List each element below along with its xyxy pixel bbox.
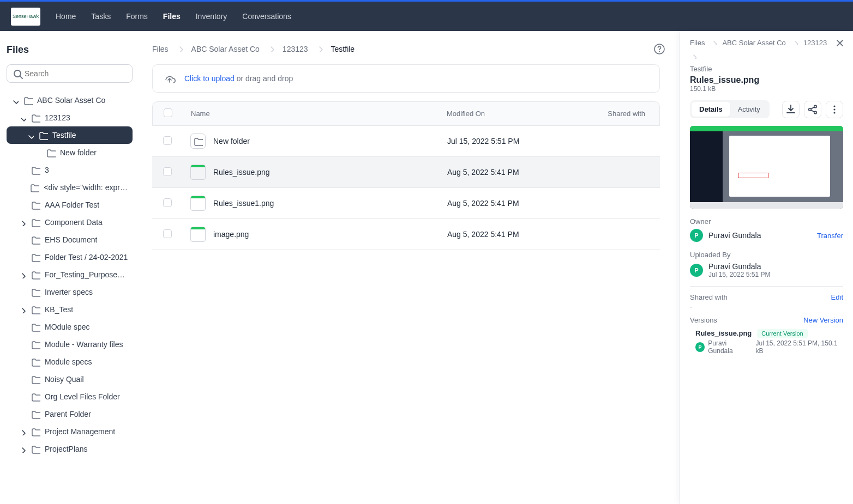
content-area: FilesABC Solar Asset Co123123Testfile Cl… <box>139 31 680 504</box>
file-modified: Aug 5, 2022 5:41 PM <box>447 230 589 239</box>
sidebar-item[interactable]: ProjectPlans <box>7 440 133 458</box>
sidebar-item-label: AAA Folder Test <box>45 201 99 209</box>
folder-icon <box>31 235 40 245</box>
more-button[interactable] <box>826 101 843 118</box>
upload-link-text: Click to upload <box>184 74 235 83</box>
sidebar-item[interactable]: Module specs <box>7 353 133 371</box>
chevron-down-icon <box>11 96 19 104</box>
sidebar-item[interactable]: Inverter specs <box>7 283 133 301</box>
details-panel: FilesABC Solar Asset Co123123 Testfile R… <box>680 31 853 504</box>
sidebar-item[interactable]: Project Management <box>7 423 133 440</box>
tab-activity[interactable]: Activity <box>730 102 768 117</box>
new-version-link[interactable]: New Version <box>803 316 843 324</box>
table-row[interactable]: image.pngAug 5, 2022 5:41 PM <box>152 219 660 250</box>
sidebar-item-label: Module - Warranty files <box>45 340 123 349</box>
sidebar-item[interactable]: EHS Document <box>7 231 133 248</box>
folder-tree: ABC Solar Asset Co123123TestfileNew fold… <box>7 92 133 458</box>
edit-shared-link[interactable]: Edit <box>831 293 843 301</box>
sidebar-item[interactable]: Module - Warranty files <box>7 336 133 353</box>
file-name: New folder <box>213 137 250 145</box>
sidebar-item-label: 3 <box>45 166 49 174</box>
uploader-date: Jul 15, 2022 5:51 PM <box>708 271 770 278</box>
breadcrumb-item[interactable]: 123123 <box>283 45 308 53</box>
sidebar-item-label: Folder Test / 24-02-2021 <box>45 253 128 262</box>
folder-icon <box>31 217 40 227</box>
breadcrumb-item: Testfile <box>331 45 355 53</box>
nav-link-files[interactable]: Files <box>163 12 181 21</box>
uploader-avatar: P <box>690 264 703 277</box>
sidebar-item-label: 123123 <box>45 113 70 122</box>
transfer-link[interactable]: Transfer <box>817 232 843 240</box>
folder-icon <box>31 392 40 402</box>
share-button[interactable] <box>804 101 821 118</box>
col-name: Name <box>191 110 447 118</box>
sidebar-item[interactable]: Parent Folder <box>7 405 133 423</box>
file-name: Rules_issue.png <box>213 168 270 177</box>
chevron-right-icon <box>710 39 717 45</box>
sidebar-item[interactable]: For_Testing_Purpose_Only <box>7 266 133 283</box>
folder-icon <box>31 252 40 262</box>
sidebar-item[interactable]: 3 <box>7 161 133 179</box>
close-icon[interactable] <box>834 38 845 50</box>
version-user: Puravi Gundala <box>708 339 751 355</box>
sidebar-item[interactable]: Folder Test / 24-02-2021 <box>7 248 133 266</box>
sidebar-item[interactable]: Noisy Quail <box>7 371 133 388</box>
file-modified: Aug 5, 2022 5:41 PM <box>447 199 589 208</box>
sidebar-item[interactable]: Org Level Files Folder <box>7 388 133 405</box>
nav-link-home[interactable]: Home <box>56 12 76 21</box>
row-checkbox[interactable] <box>163 136 172 145</box>
breadcrumb-item[interactable]: Files <box>152 45 169 53</box>
sidebar-item[interactable]: AAA Folder Test <box>7 196 133 214</box>
sidebar-item-label: <div style="width: expressi... <box>44 183 128 192</box>
sidebar-item[interactable]: 123123 <box>7 109 133 126</box>
row-checkbox[interactable] <box>163 229 172 238</box>
table-row[interactable]: New folderJul 15, 2022 5:51 PM <box>152 126 660 157</box>
sidebar-item[interactable]: KB_Test <box>7 301 133 318</box>
panel-crumb-item[interactable]: Files <box>690 39 705 47</box>
sidebar-item[interactable]: <div style="width: expressi... <box>7 179 133 196</box>
sidebar-item-label: For_Testing_Purpose_Only <box>45 270 128 279</box>
folder-icon <box>31 287 40 297</box>
help-icon[interactable] <box>653 43 665 57</box>
folder-icon <box>31 200 40 210</box>
panel-crumb-item[interactable]: ABC Solar Asset Co <box>722 39 785 47</box>
sidebar-item[interactable]: New folder <box>7 144 133 161</box>
folder-icon <box>31 113 40 123</box>
table-row[interactable]: Rules_issue1.pngAug 5, 2022 5:41 PM <box>152 188 660 219</box>
sidebar-item[interactable]: MOdule spec <box>7 318 133 336</box>
row-checkbox[interactable] <box>163 198 172 207</box>
sidebar-item-label: ABC Solar Asset Co <box>37 96 105 105</box>
sidebar-item[interactable]: Component Data <box>7 214 133 231</box>
folder-icon <box>31 374 40 384</box>
shared-with-value: - <box>690 302 843 311</box>
uploaded-by-person: P Puravi Gundala Jul 15, 2022 5:51 PM <box>690 262 843 278</box>
folder-icon <box>31 444 40 454</box>
nav-links: HomeTasksFormsFilesInventoryConversation… <box>56 12 291 21</box>
upload-rest-text: or drag and drop <box>235 74 293 83</box>
nav-link-tasks[interactable]: Tasks <box>91 12 111 21</box>
table-header: Name Modified On Shared with <box>152 101 660 126</box>
owner-name: Puravi Gundala <box>708 231 761 240</box>
table-row[interactable]: Rules_issue.pngAug 5, 2022 5:41 PM <box>152 157 660 188</box>
sidebar-item[interactable]: ABC Solar Asset Co <box>7 92 133 109</box>
file-modified: Aug 5, 2022 5:41 PM <box>447 168 589 177</box>
tab-details[interactable]: Details <box>692 102 730 117</box>
folder-icon <box>31 165 40 175</box>
sidebar-item-label: Parent Folder <box>45 410 91 418</box>
logo: SenseHawk <box>11 8 40 26</box>
search-icon <box>12 68 23 79</box>
nav-link-forms[interactable]: Forms <box>126 12 148 21</box>
sidebar-item[interactable]: Testfile <box>7 126 133 144</box>
search-input[interactable] <box>7 64 133 83</box>
panel-crumb-item[interactable]: 123123 <box>803 39 827 47</box>
chevron-right-icon <box>19 445 26 453</box>
nav-link-conversations[interactable]: Conversations <box>242 12 291 21</box>
breadcrumb-item[interactable]: ABC Solar Asset Co <box>191 45 260 53</box>
select-all-checkbox[interactable] <box>164 108 172 117</box>
nav-link-inventory[interactable]: Inventory <box>196 12 227 21</box>
row-checkbox[interactable] <box>163 167 172 176</box>
folder-icon <box>190 133 206 149</box>
folder-icon <box>29 183 39 192</box>
download-button[interactable] <box>782 101 800 118</box>
upload-dropzone[interactable]: Click to upload or drag and drop <box>152 64 660 93</box>
